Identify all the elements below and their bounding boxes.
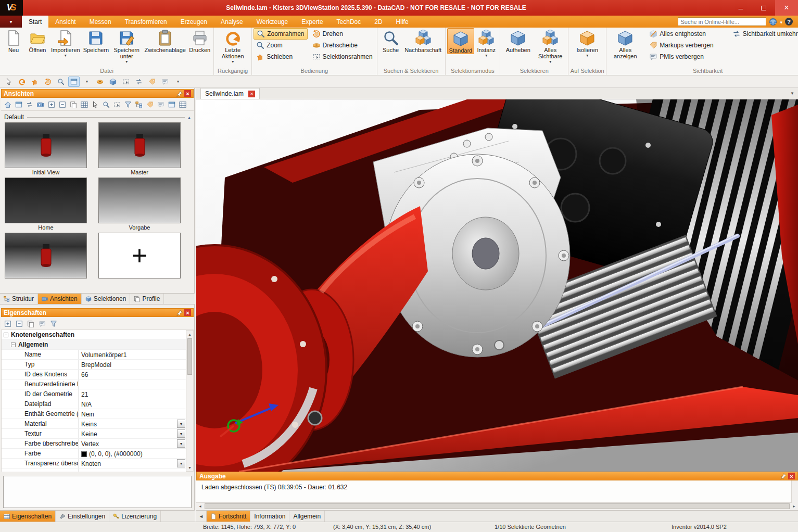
- tag-view-icon[interactable]: [145, 100, 155, 109]
- neu-button[interactable]: Neu: [2, 28, 26, 53]
- tree-views-icon[interactable]: [134, 100, 144, 109]
- select-cursor-icon[interactable]: [3, 77, 15, 87]
- four-views-icon[interactable]: [178, 100, 187, 109]
- instanz-modus-button[interactable]: Instanz: [474, 28, 498, 57]
- frame-view-icon[interactable]: [112, 100, 122, 109]
- help-search-input[interactable]: [678, 17, 766, 26]
- add-view-tile[interactable]: [98, 233, 181, 278]
- tab-start[interactable]: Start: [22, 16, 48, 28]
- dropdown-button[interactable]: [177, 459, 185, 467]
- property-row-brep[interactable]: Enthält Geometrie (BREP)Nein: [2, 409, 186, 419]
- tab-hilfe[interactable]: Hilfe: [389, 16, 415, 28]
- search-options-caret-icon[interactable]: [780, 18, 782, 26]
- property-row-farbe-ueberschreiben[interactable]: Farbe überschreibenVertex: [2, 439, 186, 449]
- drehen-button[interactable]: Drehen: [310, 28, 375, 40]
- isolieren-button[interactable]: Isolieren: [570, 28, 604, 57]
- property-row-farbe[interactable]: Farbe(0, 0, 0), (#000000): [2, 449, 186, 459]
- expand-all-icon[interactable]: [3, 319, 12, 328]
- collapse-toggle-icon[interactable]: [4, 333, 8, 337]
- 3d-model-canvas[interactable]: [196, 99, 798, 472]
- tab-struktur[interactable]: Struktur: [0, 294, 38, 304]
- tab-transformieren[interactable]: Transformieren: [118, 16, 174, 28]
- tab-scroll-icon[interactable]: [787, 88, 798, 99]
- letzte-aktionen-button[interactable]: Letzte Aktionen: [216, 28, 250, 64]
- app-menu-button[interactable]: [0, 16, 22, 28]
- zwischenablage-button[interactable]: Zwischenablage: [143, 28, 187, 53]
- close-panel-icon[interactable]: [184, 90, 191, 97]
- sichtbarkeit-umkehren-button[interactable]: Sichtbarkeit umkehren: [730, 28, 798, 40]
- view-thumbnail-master[interactable]: Master: [98, 122, 181, 175]
- tab-lizenzierung[interactable]: Lizenzierung: [109, 511, 161, 522]
- aufheben-button[interactable]: Aufheben: [502, 28, 534, 53]
- tab-techdoc[interactable]: TechDoc: [330, 16, 368, 28]
- tab-profile[interactable]: Profile: [130, 294, 164, 304]
- view-thumbnail-vorgabe[interactable]: Vorgabe: [98, 178, 181, 231]
- tab-2d[interactable]: 2D: [368, 16, 389, 28]
- standard-modus-button[interactable]: Standard: [447, 28, 475, 54]
- edit-properties-icon[interactable]: [37, 319, 47, 328]
- note-view-icon[interactable]: [156, 100, 166, 109]
- dropdown-button[interactable]: [177, 420, 185, 428]
- two-views-icon[interactable]: [167, 100, 176, 109]
- property-section-allgemein[interactable]: Allgemein: [2, 340, 186, 350]
- view-thumbnail-home[interactable]: Home: [4, 178, 87, 231]
- property-row-benutzer-id[interactable]: Benutzerdefinierte ID: [2, 379, 186, 389]
- pmis-verbergen-button[interactable]: PMIs verbergen: [647, 51, 716, 62]
- property-row-transparenz[interactable]: Transparenz überschreib...Knoten: [2, 459, 186, 468]
- pin-icon[interactable]: [780, 473, 787, 479]
- render-mode-caret-icon[interactable]: [81, 77, 93, 87]
- render-mode-icon[interactable]: [68, 77, 80, 87]
- collapse-toggle-icon[interactable]: [11, 343, 16, 347]
- globe-icon[interactable]: [769, 18, 777, 26]
- pin-icon[interactable]: [176, 310, 183, 316]
- tab-selektionen[interactable]: Selektionen: [82, 294, 131, 304]
- turntable-view-icon[interactable]: [94, 77, 106, 87]
- importieren-button[interactable]: Importieren: [49, 28, 82, 57]
- close-button[interactable]: [775, 0, 798, 16]
- tab-eigenschaften[interactable]: Eigenschaften: [0, 511, 56, 522]
- help-icon[interactable]: [785, 18, 793, 26]
- swap-views-icon[interactable]: [25, 100, 34, 109]
- tab-experte[interactable]: Experte: [295, 16, 330, 28]
- remove-view-icon[interactable]: [58, 100, 67, 109]
- rotate-view-icon[interactable]: [42, 77, 54, 87]
- collapse-all-icon[interactable]: [15, 319, 24, 328]
- filter-views-icon[interactable]: [123, 100, 133, 109]
- schieben-button[interactable]: Schieben: [254, 51, 307, 62]
- view-thumbnail-extra[interactable]: [4, 233, 87, 278]
- property-root-node[interactable]: Knoteneigenschaften: [2, 330, 186, 340]
- selektionsrahmen-button[interactable]: Selektionsrahmen: [310, 51, 375, 62]
- scrollbar-thumb[interactable]: [187, 338, 192, 375]
- add-view-icon[interactable]: [47, 100, 56, 109]
- drehscheibe-button[interactable]: Drehscheibe: [310, 40, 375, 51]
- views-group-header[interactable]: Default: [4, 113, 191, 121]
- alles-anzeigen-button[interactable]: Alles anzeigen: [608, 28, 642, 59]
- suche-button[interactable]: Suche: [379, 28, 403, 53]
- tab-werkzeuge[interactable]: Werkzeuge: [250, 16, 295, 28]
- annotation-tool-icon[interactable]: [159, 77, 171, 87]
- property-row-partial[interactable]: [2, 468, 186, 472]
- grid-views-icon[interactable]: [80, 100, 89, 109]
- zoom-button[interactable]: Zoom: [254, 40, 307, 51]
- speichern-button[interactable]: Speichern: [82, 28, 111, 53]
- minimize-button[interactable]: [729, 0, 752, 16]
- tab-information[interactable]: Information: [250, 511, 289, 522]
- tab-erzeugen[interactable]: Erzeugen: [174, 16, 214, 28]
- tab-messen[interactable]: Messen: [83, 16, 118, 28]
- scroll-up-icon[interactable]: [186, 331, 193, 338]
- single-view-icon[interactable]: [14, 100, 23, 109]
- property-row-textur[interactable]: TexturKeine: [2, 429, 186, 439]
- zoomrahmen-button[interactable]: Zoomrahmen: [254, 28, 307, 40]
- tab-ansichten[interactable]: Ansichten: [38, 294, 82, 304]
- app-logo[interactable]: VS: [0, 0, 23, 16]
- dropdown-button[interactable]: [177, 439, 185, 448]
- property-row-id-geometrie[interactable]: ID der Geometrie21: [2, 389, 186, 399]
- copy-properties-icon[interactable]: [26, 319, 35, 328]
- toolbar-overflow-icon[interactable]: [172, 77, 184, 87]
- document-tab-seilwinde[interactable]: Seilwinde.iam: [200, 88, 260, 99]
- tab-allgemein[interactable]: Allgemein: [289, 511, 325, 522]
- tab-fortschritt[interactable]: Fortschritt: [207, 511, 250, 522]
- scrollbar-thumb[interactable]: [205, 503, 790, 509]
- drucken-button[interactable]: Drucken: [187, 28, 212, 53]
- close-panel-icon[interactable]: [184, 309, 191, 316]
